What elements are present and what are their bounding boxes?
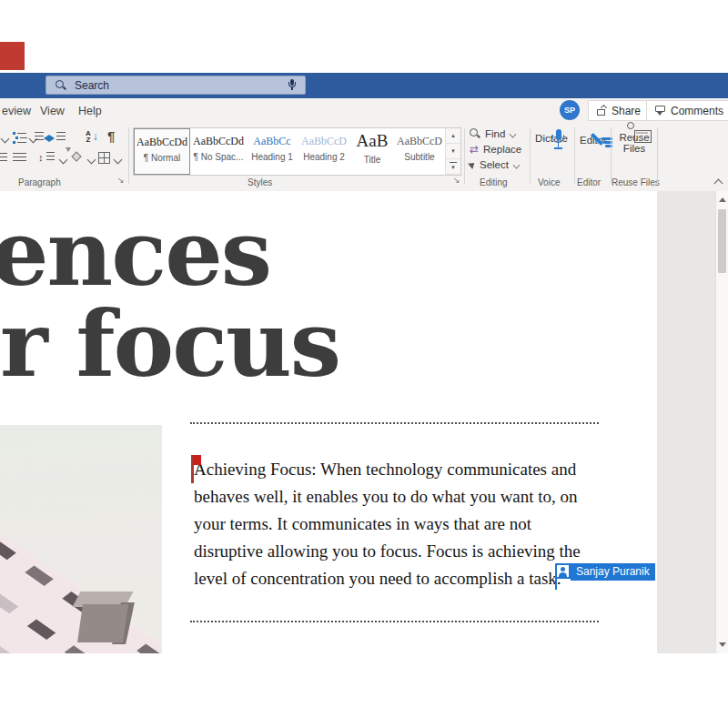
ribbon: AZ ↓ ¶ ↕ Paragraph ↘ AaBbCcDd ¶ Normal A… xyxy=(0,124,728,192)
scroll-up-icon[interactable] xyxy=(719,197,726,202)
replace-button[interactable]: ⇄ Replace xyxy=(470,144,521,155)
search-placeholder: Search xyxy=(75,79,288,92)
comments-button[interactable]: Comments xyxy=(646,100,728,121)
coauthor-red-flag-icon xyxy=(193,455,201,465)
paragraph-group-label: Paragraph xyxy=(18,177,61,187)
building-photo[interactable] xyxy=(0,425,162,653)
scroll-down-icon[interactable] xyxy=(719,642,726,647)
editor-group-label: Editor xyxy=(577,177,601,187)
tab-help[interactable]: Help xyxy=(78,105,102,117)
select-button[interactable]: Select xyxy=(470,159,520,170)
presence-person-icon[interactable] xyxy=(555,563,571,579)
document-canvas[interactable]: ences r focus Achieving Focus: When tech… xyxy=(0,191,728,653)
balcony-front-face xyxy=(77,604,128,642)
select-arrow-icon xyxy=(468,160,477,169)
gallery-scroll-down-button[interactable]: ▾ xyxy=(446,144,460,159)
group-divider xyxy=(611,127,612,184)
microphone-icon[interactable] xyxy=(288,79,297,92)
document-heading-line2: r focus xyxy=(0,298,339,389)
body-line: behaves well, it enables you to do what … xyxy=(194,483,581,511)
style-normal[interactable]: AaBbCcDd ¶ Normal xyxy=(134,128,190,175)
gallery-scroll-up-button[interactable]: ▴ xyxy=(446,128,460,144)
find-button[interactable]: Find xyxy=(470,128,516,139)
collapse-ribbon-icon[interactable] xyxy=(714,179,723,188)
styles-gallery: AaBbCcDd ¶ Normal AaBbCcDd ¶ No Spac... … xyxy=(133,127,446,176)
group-divider xyxy=(657,127,658,184)
find-icon xyxy=(470,128,480,139)
presence-caret xyxy=(555,579,557,590)
show-paragraph-marks-icon[interactable]: ¶ xyxy=(107,128,115,144)
body-line: level of concentration you need to accom… xyxy=(194,565,581,592)
dotted-divider-top xyxy=(190,422,599,424)
group-divider xyxy=(574,127,575,184)
chevron-down-icon[interactable] xyxy=(114,156,123,165)
share-label: Share xyxy=(612,105,641,117)
replace-icon: ⇄ xyxy=(470,144,479,155)
voice-group-label: Voice xyxy=(538,177,560,187)
body-line: disruptive allowing you to focus. Focus … xyxy=(194,538,581,565)
group-divider xyxy=(464,127,465,184)
search-input[interactable]: Search xyxy=(46,76,306,95)
comment-icon xyxy=(655,106,666,116)
ribbon-tab-row: eview View Help SP Share Comments xyxy=(0,98,728,124)
group-divider xyxy=(530,127,531,184)
borders-icon[interactable] xyxy=(98,152,110,164)
styles-group-label: Styles xyxy=(248,177,272,187)
presence-author-label[interactable]: Sanjay Puranik xyxy=(571,563,655,581)
style-title[interactable]: AaB Title xyxy=(350,128,394,175)
sort-icon[interactable]: AZ ↓ xyxy=(86,130,98,143)
editing-group-label: Editing xyxy=(480,177,508,187)
styles-dialog-launcher[interactable]: ↘ xyxy=(453,176,460,185)
body-paragraph[interactable]: Achieving Focus: When technology communi… xyxy=(194,456,581,592)
chevron-down-icon xyxy=(510,130,517,137)
group-divider xyxy=(128,127,129,184)
editor-button[interactable]: Editor xyxy=(577,130,610,146)
search-icon xyxy=(56,80,66,91)
page-margin-background xyxy=(657,191,715,653)
body-line: your terms. It communicates in ways that… xyxy=(194,511,581,538)
reuse-files-button[interactable]: Reuse Files xyxy=(613,130,655,154)
chevron-down-icon xyxy=(513,161,521,168)
comments-label: Comments xyxy=(671,105,723,117)
tab-review-partial[interactable]: eview xyxy=(2,105,31,117)
share-icon xyxy=(597,106,607,116)
scrollbar-thumb[interactable] xyxy=(718,209,726,273)
style-heading2[interactable]: AaBbCcD Heading 2 xyxy=(298,128,350,175)
share-button[interactable]: Share xyxy=(588,100,650,121)
paragraph-dialog-launcher[interactable]: ↘ xyxy=(117,176,125,185)
vertical-scrollbar[interactable] xyxy=(715,191,728,653)
body-line: Achieving Focus: When technology communi… xyxy=(194,456,581,483)
align-icon-partial[interactable] xyxy=(0,153,7,164)
styles-gallery-scroll: ▴ ▾ ▾ xyxy=(445,127,461,176)
coauthor-presence-badge[interactable]: SP xyxy=(560,100,580,120)
chevron-down-icon[interactable] xyxy=(1,135,10,144)
chevron-down-icon[interactable] xyxy=(87,156,96,165)
style-no-spacing[interactable]: AaBbCcDd ¶ No Spac... xyxy=(190,128,247,175)
dictate-button[interactable]: Dictate xyxy=(532,129,571,144)
word-window: Search Monica Thomson ◇ × eview View Hel… xyxy=(0,0,728,728)
line-spacing-icon[interactable]: ↕ xyxy=(38,152,55,163)
chevron-down-icon[interactable] xyxy=(59,156,68,165)
tab-view[interactable]: View xyxy=(40,105,65,117)
title-bar: Search Monica Thomson ◇ × xyxy=(0,73,728,98)
dotted-divider-bottom xyxy=(190,621,599,622)
style-heading1[interactable]: AaBbCc Heading 1 xyxy=(247,128,298,175)
document-heading-line1: ences xyxy=(0,207,270,298)
gallery-more-button[interactable]: ▾ xyxy=(446,159,460,175)
style-subtitle[interactable]: AaBbCcD Subtitle xyxy=(394,128,445,175)
justify-icon[interactable] xyxy=(13,153,26,164)
reuse-files-group-label: Reuse Files xyxy=(612,177,660,187)
red-flag-marker-topleft xyxy=(0,42,25,70)
